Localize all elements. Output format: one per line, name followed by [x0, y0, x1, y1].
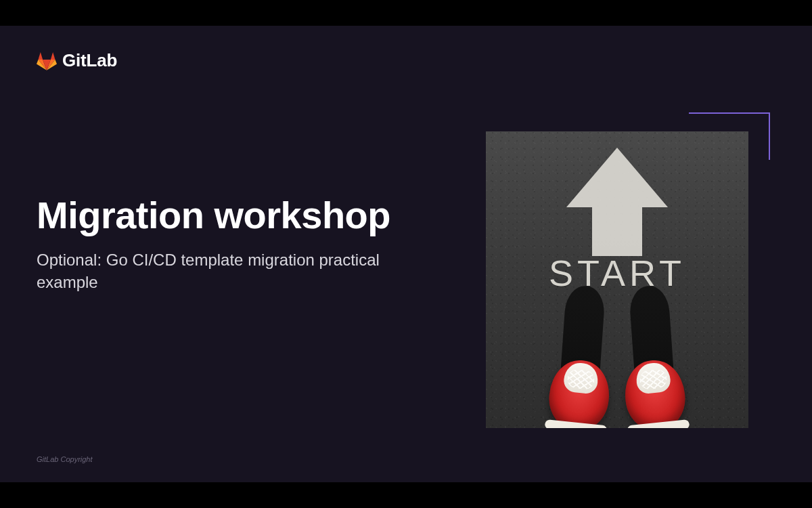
person-legs	[529, 279, 705, 428]
slide-subtitle: Optional: Go CI/CD template migration pr…	[37, 249, 415, 293]
slide-canvas: GitLab Migration workshop Optional: Go C…	[0, 26, 812, 482]
slide-title: Migration workshop	[37, 195, 415, 236]
heading-block: Migration workshop Optional: Go CI/CD te…	[37, 195, 415, 293]
copyright-text: GitLab Copyright	[37, 455, 93, 463]
brand-logo: GitLab	[37, 50, 117, 71]
right-shoe	[622, 358, 688, 428]
svg-marker-0	[566, 148, 668, 256]
arrow-up-icon	[566, 148, 668, 259]
brand-name: GitLab	[62, 50, 117, 71]
left-shoe	[546, 358, 612, 428]
hero-photo: START	[486, 131, 748, 428]
gitlab-tanuki-icon	[37, 51, 57, 70]
